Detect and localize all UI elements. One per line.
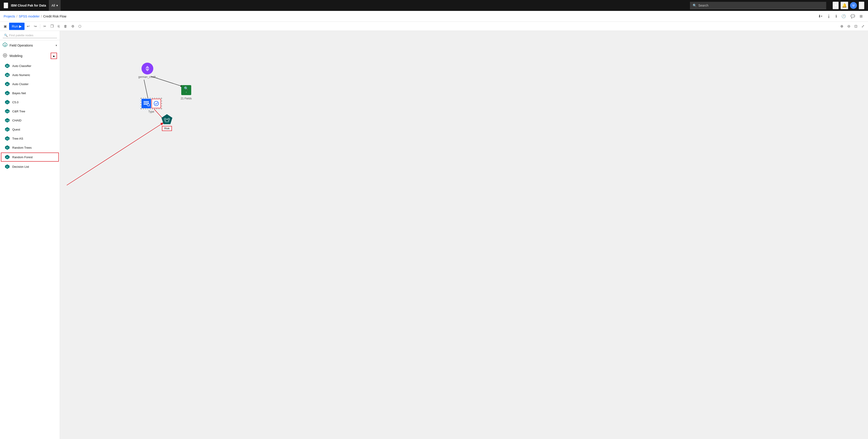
zoom-out-btn[interactable]: ⊖	[845, 23, 852, 30]
twenty-one-fields-shape: 🔍 +	[180, 84, 192, 96]
undo-icon: ↩	[27, 24, 30, 28]
random-trees-icon: RT	[4, 145, 10, 150]
canvas-area[interactable]: german_credit... 🔍 + 21 Fields	[60, 31, 868, 439]
sidebar-item-random-forest[interactable]: RF Random Forest	[1, 153, 59, 162]
svg-text:RF: RF	[6, 157, 8, 158]
sidebar-item-quest[interactable]: QST Quest	[0, 125, 60, 134]
auto-numeric-icon: AN	[4, 72, 10, 78]
search-bar[interactable]: 🔍	[690, 2, 826, 9]
breadcrumb-projects[interactable]: Projects	[4, 14, 15, 18]
redo-icon: ↪	[34, 24, 37, 28]
info-btn[interactable]: ℹ	[834, 13, 839, 20]
run-label: Run	[12, 24, 18, 28]
svg-rect-39	[144, 103, 149, 103]
cut-btn[interactable]: ✂	[41, 23, 48, 30]
sidebar-item-c50[interactable]: C5 C5.0	[0, 98, 60, 107]
sidebar-item-auto-cluster[interactable]: ●● Auto Cluster	[0, 79, 60, 89]
export-icon: ⬡	[79, 24, 81, 28]
breadcrumb-sep2: /	[41, 14, 42, 18]
field-operations-icon: ◈	[3, 42, 7, 48]
redo-btn[interactable]: ↪	[32, 23, 39, 30]
svg-rect-38	[144, 101, 149, 102]
search-input[interactable]	[699, 4, 824, 7]
sidebar-item-auto-classifier[interactable]: AC Auto Classifier	[0, 61, 60, 70]
svg-text:QST: QST	[6, 129, 9, 131]
copy-icon: ❐	[51, 24, 54, 28]
app-brand: IBM Cloud Pak for Data	[11, 4, 46, 7]
german-credit-circle	[142, 63, 153, 74]
add-icon[interactable]: ✦	[833, 2, 839, 9]
zoom-in-btn[interactable]: ⊕	[838, 23, 845, 30]
risk-node[interactable]: Risk	[161, 114, 173, 131]
svg-text:●●: ●●	[6, 83, 9, 86]
export-btn[interactable]: ⬡	[76, 23, 83, 30]
svg-text:AC: AC	[6, 65, 9, 67]
zoom-out-icon: ⊖	[847, 24, 850, 28]
type-node[interactable]: Type	[141, 98, 162, 113]
fit-view-btn[interactable]: ⊡	[852, 23, 859, 30]
cut-icon: ✂	[43, 24, 46, 28]
copy-btn[interactable]: ❐	[49, 23, 55, 30]
svg-text:DL: DL	[6, 166, 8, 168]
modeling-label: Modeling	[9, 54, 49, 58]
sidebar-item-field-operations[interactable]: ◈ Field Operations ▾	[0, 40, 60, 50]
chevron-down-icon: ▾	[56, 4, 58, 7]
save-chevron-icon: ▾	[821, 15, 823, 18]
undo-btn[interactable]: ↩	[25, 23, 32, 30]
toggle-panel-btn[interactable]: ▣	[2, 23, 9, 30]
save-icon: ⬇	[818, 14, 821, 19]
run-btn[interactable]: Run ▶	[9, 23, 25, 30]
compare-btn[interactable]: ⊞	[858, 13, 864, 20]
dropdown-label: All	[52, 4, 55, 7]
breadcrumb-current: Credit Risk Flow	[43, 14, 66, 18]
quest-label: Quest	[12, 128, 20, 131]
palette-search-container[interactable]: 🔍	[3, 33, 57, 38]
hamburger-menu[interactable]: ☰	[4, 2, 8, 8]
random-forest-label: Random Forest	[12, 156, 33, 159]
app-grid-icon[interactable]: ⣿	[859, 2, 864, 9]
zoom-in-icon: ⊕	[840, 24, 843, 28]
breadcrumb-actions: ⬇ ▾ ⭳ ℹ 🕐 💬 ⊞	[816, 12, 864, 20]
fit-view-icon: ⊡	[855, 24, 857, 28]
svg-text:CHA: CHA	[6, 120, 9, 122]
german-credit-label: german_credit...	[138, 75, 156, 78]
paste-btn[interactable]: ⎗	[56, 23, 62, 30]
german-credit-node[interactable]: german_credit...	[138, 63, 156, 78]
user-avatar[interactable]: U	[850, 2, 857, 9]
sidebar-item-tree-as[interactable]: TAS Tree-AS	[0, 134, 60, 143]
type-node-box	[141, 98, 162, 109]
svg-text:TAS: TAS	[6, 138, 9, 140]
context-dropdown[interactable]: All ▾	[49, 0, 61, 11]
modeling-items-list: AC Auto Classifier AN Auto Numeric	[0, 61, 60, 171]
field-operations-chevron: ▾	[56, 44, 57, 47]
chaid-icon: CHA	[4, 117, 10, 123]
sidebar-item-random-trees[interactable]: RT Random Trees	[0, 143, 60, 152]
expand-btn[interactable]: ⤢	[860, 23, 866, 30]
type-node-label: Type	[148, 110, 154, 113]
random-forest-icon: RF	[4, 154, 10, 160]
sidebar-item-chaid[interactable]: CHA CHAID	[0, 116, 60, 125]
settings-btn[interactable]: ⚙	[69, 23, 76, 30]
sidebar-item-auto-numeric[interactable]: AN Auto Numeric	[0, 70, 60, 79]
twenty-one-fields-node[interactable]: 🔍 + 21 Fields	[180, 84, 192, 100]
palette-search-input[interactable]	[9, 34, 56, 37]
notifications-icon[interactable]: 🔔	[840, 2, 848, 9]
sidebar-item-bayes-net[interactable]: BN Bayes Net	[0, 89, 60, 98]
type-icon-right	[152, 99, 161, 108]
history-btn[interactable]: 🕐	[840, 13, 848, 20]
comment-btn[interactable]: 💬	[849, 13, 857, 20]
svg-text:+: +	[186, 91, 187, 93]
sidebar-item-modeling[interactable]: Modeling ▲	[0, 50, 60, 61]
save-dropdown-btn[interactable]: ⬇ ▾	[816, 13, 824, 20]
quest-icon: QST	[4, 127, 10, 132]
comment-icon: 💬	[850, 14, 855, 19]
sidebar-item-decision-list[interactable]: DL Decision List	[0, 162, 60, 171]
download-btn[interactable]: ⭳	[825, 12, 833, 20]
nav-right-actions: ✦ 🔔 U ⣿	[833, 2, 864, 9]
sidebar-item-cr-tree[interactable]: C&R C&R Tree	[0, 107, 60, 116]
breadcrumb: Projects / SPSS modeler / Credit Risk Fl…	[4, 14, 66, 18]
breadcrumb-spss[interactable]: SPSS modeler	[19, 14, 39, 18]
delete-btn[interactable]: 🗑	[62, 23, 69, 30]
modeling-collapse-btn[interactable]: ▲	[51, 53, 57, 59]
top-nav: ☰ IBM Cloud Pak for Data All ▾ 🔍 ✦ 🔔 U ⣿	[0, 0, 868, 11]
